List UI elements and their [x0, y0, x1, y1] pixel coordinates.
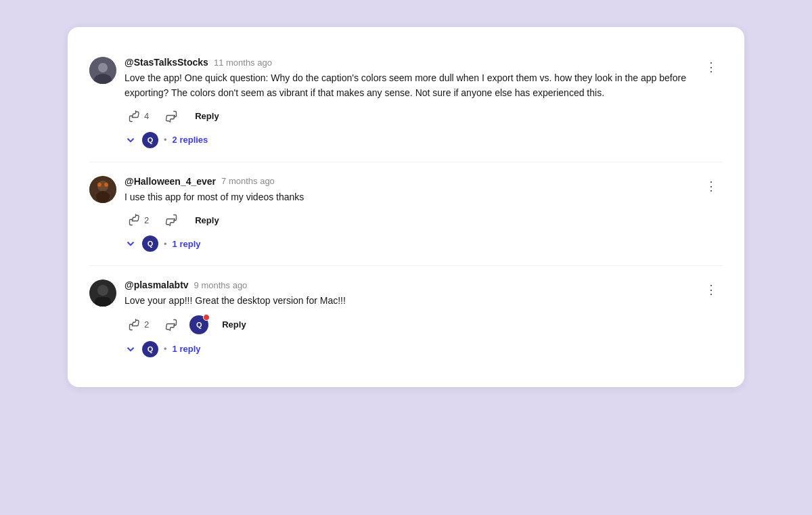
comment-text: Love your app!!! Great the desktop versi…: [125, 293, 723, 308]
comment-body: @StasTalksStocks 11 months ago Love the …: [125, 57, 723, 148]
comment-meta: @Halloween_4_ever 7 months ago: [125, 176, 723, 187]
more-options-button[interactable]: ⋮: [700, 176, 723, 196]
timestamp: 11 months ago: [214, 58, 272, 68]
username: @Halloween_4_ever: [125, 176, 216, 187]
chevron-down-icon: [125, 134, 137, 146]
svg-point-7: [104, 183, 108, 187]
reply-avatar: Q: [142, 341, 158, 357]
svg-rect-5: [96, 191, 110, 203]
reply-button[interactable]: Reply: [189, 212, 224, 228]
comment-text: I use this app for most of my videos tha…: [125, 189, 723, 204]
svg-point-6: [97, 183, 102, 187]
comment-body: @Halloween_4_ever 7 months ago I use thi…: [125, 176, 723, 252]
avatar: [89, 176, 116, 203]
replies-count: 1 reply: [173, 239, 201, 249]
like-count: 2: [144, 319, 149, 330]
like-count: 2: [144, 215, 149, 225]
commenter-avatar-small: Q: [189, 315, 208, 334]
comment-actions: 2 Q Reply: [125, 315, 723, 334]
like-button[interactable]: 2: [125, 316, 153, 334]
comment-text: Love the app! One quick question: Why do…: [125, 70, 723, 101]
username: @plasmalabtv: [125, 279, 189, 290]
thumbs-down-icon: [165, 214, 177, 226]
reply-button[interactable]: Reply: [217, 317, 251, 332]
comment-body: @plasmalabtv 9 months ago Love your app!…: [125, 279, 723, 357]
reply-button[interactable]: Reply: [189, 108, 224, 124]
timestamp: 7 months ago: [221, 176, 275, 186]
thumbs-up-icon: [129, 110, 141, 122]
like-button[interactable]: 2: [125, 211, 153, 229]
comments-card: @StasTalksStocks 11 months ago Love the …: [68, 27, 744, 387]
svg-point-1: [98, 63, 108, 72]
comment-header: @Halloween_4_ever 7 months ago I use thi…: [89, 176, 723, 252]
timestamp: 9 months ago: [194, 280, 248, 290]
comment-header: @StasTalksStocks 11 months ago Love the …: [89, 57, 723, 148]
comment-item: @Halloween_4_ever 7 months ago I use thi…: [89, 162, 723, 266]
svg-rect-10: [95, 297, 111, 307]
replies-toggle[interactable]: Q • 2 replies: [125, 132, 208, 148]
comment-item: @StasTalksStocks 11 months ago Love the …: [89, 43, 723, 162]
comment-header: @plasmalabtv 9 months ago Love your app!…: [89, 279, 723, 357]
replies-toggle[interactable]: Q • 1 reply: [125, 236, 200, 252]
thumbs-up-icon: [129, 214, 141, 226]
like-count: 4: [144, 111, 149, 121]
dislike-button[interactable]: [161, 316, 181, 334]
avatar: [89, 279, 116, 307]
thumbs-down-icon: [165, 319, 177, 331]
more-options-button[interactable]: ⋮: [700, 57, 723, 77]
comment-item: @plasmalabtv 9 months ago Love your app!…: [89, 266, 723, 370]
reply-avatar: Q: [142, 132, 158, 148]
svg-point-9: [97, 285, 108, 296]
like-button[interactable]: 4: [125, 108, 153, 125]
notification-dot: [203, 314, 210, 321]
thumbs-up-icon: [129, 319, 141, 331]
chevron-down-icon: [125, 238, 137, 250]
dislike-button[interactable]: [161, 211, 181, 229]
thumbs-down-icon: [165, 110, 177, 122]
replies-count: 2 replies: [173, 135, 208, 145]
replies-count: 1 reply: [173, 344, 201, 354]
more-options-button[interactable]: ⋮: [700, 279, 723, 300]
dislike-button[interactable]: [161, 108, 181, 125]
replies-toggle[interactable]: Q • 1 reply: [125, 341, 200, 357]
reply-avatar: Q: [142, 236, 158, 252]
reply-avatar-label: Q: [148, 136, 154, 144]
username: @StasTalksStocks: [125, 57, 208, 68]
reply-avatar-label: Q: [148, 240, 154, 248]
comment-actions: 4 Reply: [125, 108, 723, 125]
reply-avatar-label: Q: [148, 345, 154, 353]
chevron-down-icon: [125, 343, 137, 355]
avatar: [89, 57, 116, 84]
comment-actions: 2 Reply: [125, 211, 723, 229]
comment-meta: @StasTalksStocks 11 months ago: [125, 57, 723, 68]
comment-meta: @plasmalabtv 9 months ago: [125, 279, 723, 290]
